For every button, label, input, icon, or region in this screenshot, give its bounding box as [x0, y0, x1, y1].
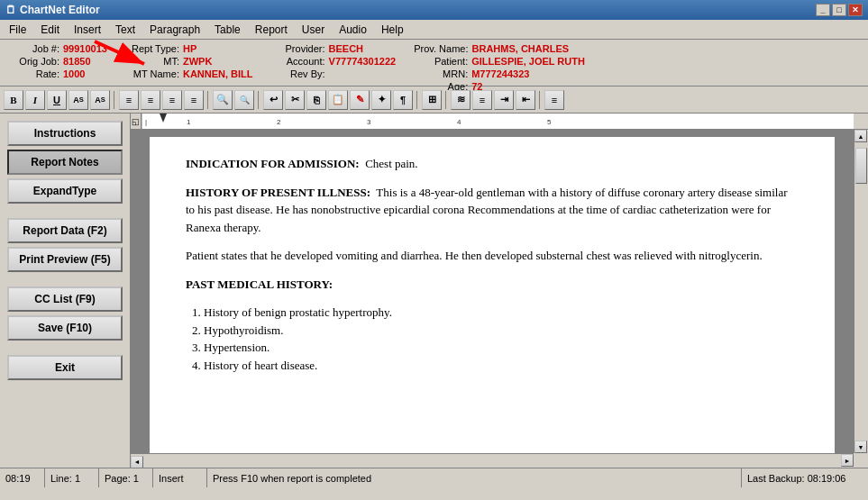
mt-value: ZWPK [183, 56, 212, 67]
pmh-item-4: History of heart disease. [204, 357, 799, 375]
toolbar-sep-6 [539, 91, 541, 109]
svg-text:2: 2 [277, 118, 281, 126]
pmh-heading: PAST MEDICAL HISTORY: [186, 277, 333, 291]
format-toolbar: B I U AS AS ≡ ≡ ≡ ≡ 🔍 🔍 ↩ ✂ ⎘ 📋 ✎ ✦ ¶ ⊞ … [0, 86, 868, 114]
italic-button[interactable]: I [25, 90, 45, 110]
scroll-up-button[interactable]: ▲ [854, 130, 867, 142]
svg-text:3: 3 [367, 118, 371, 126]
mrn-label: MRN: [414, 68, 468, 79]
editor-scroll[interactable]: INDICATION FOR ADMISSION: Chest pain. HI… [131, 130, 854, 453]
undo-button[interactable]: ↩ [263, 90, 283, 110]
patient-paragraph: Patient states that he developed vomitin… [186, 247, 799, 265]
menu-edit[interactable]: Edit [33, 22, 67, 38]
menu-help[interactable]: Help [374, 22, 411, 38]
toolbar-sep-3 [258, 91, 260, 109]
outdent-button[interactable]: ⇤ [516, 90, 535, 110]
expand-type-button[interactable]: ExpandType [7, 178, 123, 204]
menu-audio[interactable]: Audio [332, 22, 374, 38]
align-center-button[interactable]: ≡ [141, 90, 160, 110]
svg-text:5: 5 [547, 118, 552, 126]
app-icon: 🗒 [5, 4, 16, 16]
align-left-button[interactable]: ≡ [119, 90, 139, 110]
close-button[interactable]: ✕ [848, 4, 863, 16]
save-button[interactable]: Save (F10) [7, 315, 123, 341]
highlight-button[interactable]: ✎ [350, 90, 370, 110]
toolbar-sep-1 [114, 91, 115, 109]
subscript-button[interactable]: AS [90, 90, 110, 110]
origjob-label: Orig Job: [5, 56, 59, 67]
numlist-button[interactable]: ≡ [472, 90, 492, 110]
paragraph-mark-button[interactable]: ¶ [393, 90, 413, 110]
report-notes-button[interactable]: Report Notes [7, 150, 123, 175]
status-mode: Insert [153, 468, 207, 487]
zoom-in-button[interactable]: 🔍 [213, 90, 233, 110]
indication-heading: INDICATION FOR ADMISSION: [186, 157, 360, 170]
rate-value: 1000 [63, 68, 85, 79]
spell-button[interactable]: ✦ [371, 90, 391, 110]
account-value: V77774301222 [329, 56, 397, 67]
account-label: Account: [271, 56, 325, 67]
svg-line-1 [95, 41, 144, 64]
toolbar-sep-4 [416, 91, 418, 109]
status-bar: 08:19 Line: 1 Page: 1 Insert Press F10 w… [0, 468, 868, 487]
svg-text:4: 4 [457, 118, 461, 126]
scroll-left-button[interactable]: ◄ [131, 456, 143, 468]
ruler: ◱ | 1 2 3 4 5 [131, 114, 868, 130]
menu-insert[interactable]: Insert [67, 22, 108, 38]
status-page: Page: 1 [99, 468, 153, 487]
indent-button[interactable]: ⇥ [494, 90, 514, 110]
spacer-1 [7, 207, 123, 214]
copy-button[interactable]: ⎘ [306, 90, 326, 110]
report-data-button[interactable]: Report Data (F2) [7, 218, 123, 243]
toolbar-sep-2 [207, 91, 209, 109]
table-button[interactable]: ⊞ [422, 90, 442, 110]
scroll-thumb-vertical[interactable] [855, 148, 867, 184]
zoom-out-button[interactable]: 🔍 [234, 90, 254, 110]
revby-label: Rev By: [271, 68, 325, 79]
underline-button[interactable]: U [47, 90, 67, 110]
minimize-button[interactable]: _ [816, 4, 830, 16]
rate-label: Rate: [5, 68, 59, 79]
vertical-scrollbar[interactable]: ▲ ▼ [854, 130, 868, 453]
mtname-value: KANNEN, BILL [183, 68, 253, 79]
align-justify-button[interactable]: ≡ [184, 90, 204, 110]
scroll-down-button[interactable]: ▼ [854, 441, 867, 453]
horizontal-scrollbar[interactable]: ◄ ► [131, 453, 854, 468]
bold-button[interactable]: B [4, 90, 23, 110]
toolbar-sep-5 [445, 91, 447, 109]
provname-label: Prov. Name: [414, 43, 468, 54]
menu-report[interactable]: Report [248, 22, 295, 38]
menu-user[interactable]: User [295, 22, 332, 38]
cut-button[interactable]: ✂ [285, 90, 305, 110]
red-arrow [86, 37, 158, 68]
status-backup: Last Backup: 08:19:06 [742, 468, 868, 487]
maximize-button[interactable]: □ [832, 4, 846, 16]
left-panel: Instructions Report Notes ExpandType Rep… [0, 114, 131, 468]
job-label: Job #: [5, 43, 59, 54]
spacer-2 [7, 276, 123, 283]
misc-button[interactable]: ≡ [544, 90, 564, 110]
print-preview-button[interactable]: Print Preview (F5) [7, 247, 123, 272]
svg-text:1: 1 [187, 118, 191, 126]
menu-file[interactable]: File [2, 22, 33, 38]
menu-table[interactable]: Table [207, 22, 248, 38]
info-col-3: Provider: BEECH Account: V77774301222 Re… [271, 43, 397, 79]
ruler-marks: | 1 2 3 4 5 [142, 114, 854, 129]
instructions-button[interactable]: Instructions [7, 121, 123, 146]
patient-value: GILLESPIE, JOEL RUTH [471, 56, 585, 67]
exit-button[interactable]: Exit [7, 355, 123, 380]
spacer-3 [7, 344, 123, 351]
superscript-button[interactable]: AS [69, 90, 88, 110]
scroll-right-button[interactable]: ► [841, 454, 854, 467]
pmh-list: History of benign prostatic hypertrophy.… [204, 304, 799, 374]
mrn-value: M777244323 [471, 68, 529, 79]
menu-paragraph[interactable]: Paragraph [142, 22, 207, 38]
list-button[interactable]: ≋ [451, 90, 471, 110]
paste-button[interactable]: 📋 [328, 90, 348, 110]
align-right-button[interactable]: ≡ [162, 90, 182, 110]
info-col-4: Prov. Name: BRAHMS, CHARLES Patient: GIL… [414, 43, 585, 92]
cc-list-button[interactable]: CC List (F9) [7, 286, 123, 312]
menu-text[interactable]: Text [108, 22, 142, 38]
editor-page[interactable]: INDICATION FOR ADMISSION: Chest pain. HI… [150, 137, 835, 453]
editor-area[interactable]: INDICATION FOR ADMISSION: Chest pain. HI… [131, 130, 868, 468]
